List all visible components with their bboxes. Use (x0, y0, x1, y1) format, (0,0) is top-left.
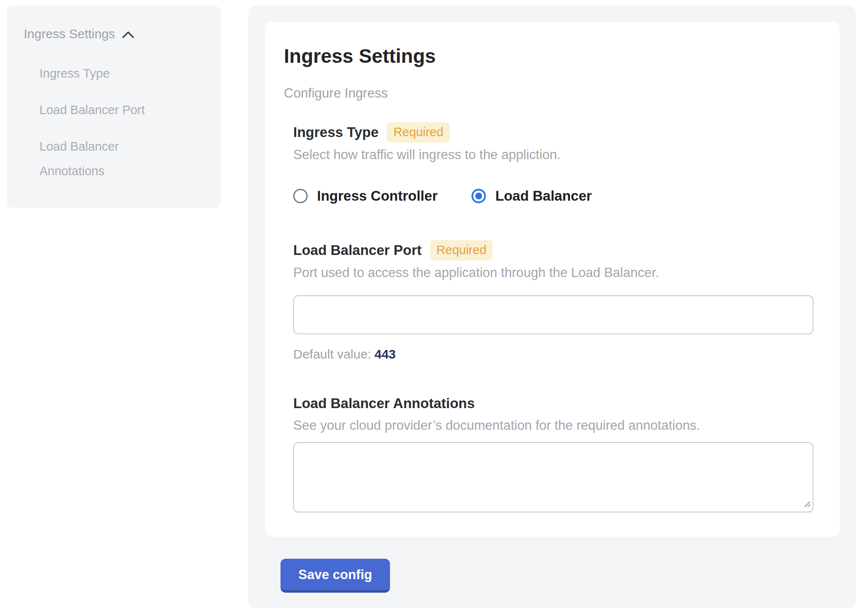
sidebar-group-label: Ingress Settings (24, 25, 115, 43)
sidebar-item-ingress-type[interactable]: Ingress Type (39, 61, 180, 86)
lb-port-description: Port used to access the application thro… (293, 264, 814, 282)
save-config-button[interactable]: Save config (281, 559, 390, 593)
settings-sidebar: Ingress Settings Ingress Type Load Balan… (7, 6, 221, 208)
main-panel: Ingress Settings Configure Ingress Ingre… (248, 6, 856, 608)
lb-annotations-heading: Load Balancer Annotations (293, 394, 475, 413)
radio-button-icon[interactable] (293, 189, 308, 203)
section-load-balancer-port: Load Balancer Port Required Port used to… (284, 240, 814, 363)
section-ingress-type: Ingress Type Required Select how traffic… (284, 122, 814, 206)
page-title: Ingress Settings (284, 44, 814, 68)
page-subtitle: Configure Ingress (284, 85, 814, 102)
default-value-label: Default value: (293, 347, 371, 361)
ingress-type-description: Select how traffic will ingress to the a… (293, 146, 814, 164)
sidebar-item-load-balancer-annotations[interactable]: Load Balancer Annotations (39, 134, 180, 183)
sidebar-group-ingress-settings[interactable]: Ingress Settings (24, 25, 208, 43)
radio-button-icon[interactable] (471, 189, 486, 203)
sidebar-item-list: Ingress Type Load Balancer Port Load Bal… (24, 61, 208, 183)
section-load-balancer-annotations: Load Balancer Annotations See your cloud… (284, 394, 814, 512)
radio-option-ingress-controller[interactable]: Ingress Controller (293, 186, 438, 206)
lb-annotations-description: See your cloud provider’s documentation … (293, 417, 814, 434)
ingress-type-heading: Ingress Type (293, 123, 379, 142)
ingress-type-radio-group: Ingress Controller Load Balancer (293, 186, 814, 206)
required-badge: Required (387, 122, 450, 143)
required-badge: Required (430, 240, 493, 260)
sidebar-item-load-balancer-port[interactable]: Load Balancer Port (39, 98, 180, 122)
load-balancer-port-input[interactable] (293, 295, 814, 334)
radio-option-load-balancer[interactable]: Load Balancer (471, 186, 592, 206)
default-value-number: 443 (374, 347, 396, 361)
lb-port-heading: Load Balancer Port (293, 241, 422, 260)
radio-label: Load Balancer (495, 186, 592, 206)
ingress-settings-card: Ingress Settings Configure Ingress Ingre… (265, 22, 840, 537)
load-balancer-annotations-textarea[interactable] (293, 442, 814, 512)
chevron-up-icon (122, 31, 135, 39)
radio-label: Ingress Controller (317, 186, 438, 206)
default-value-row: Default value:443 (293, 345, 814, 363)
